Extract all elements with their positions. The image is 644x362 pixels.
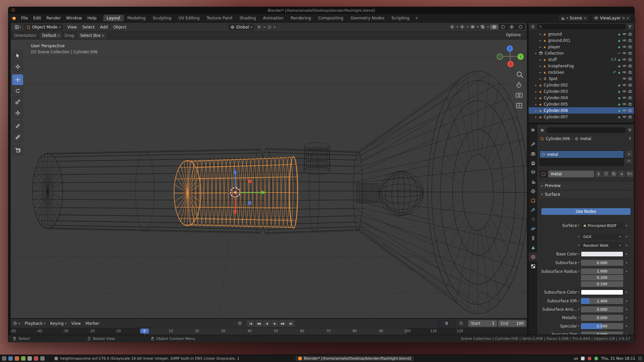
decorate-dot-icon[interactable] xyxy=(626,245,627,246)
fake-user-shield-icon[interactable] xyxy=(603,171,609,177)
disclosure-arrow-icon[interactable]: ▸ xyxy=(539,64,542,68)
keyboard-layout-indicator[interactable]: us xyxy=(574,356,578,361)
options-dropdown[interactable]: Options ˅ xyxy=(506,33,524,37)
properties-editor-icon[interactable] xyxy=(529,126,537,134)
shader-selector[interactable]: Principled BSDF xyxy=(581,223,623,229)
new-material-copy-icon[interactable] xyxy=(610,171,617,177)
render-visibility-camera-icon[interactable] xyxy=(628,108,632,113)
breadcrumb-object[interactable]: Cylinder.006 xyxy=(546,136,570,141)
render-visibility-camera-icon[interactable] xyxy=(628,89,632,94)
sync-clock-icon[interactable] xyxy=(459,321,463,325)
properties-tab-object[interactable] xyxy=(529,196,537,205)
properties-tab-particles[interactable] xyxy=(529,215,537,224)
tray-notification-icon[interactable] xyxy=(588,357,591,360)
vector-field-subsurface-radius-0[interactable]: 1.000 xyxy=(581,268,623,274)
outliner-item-ground[interactable]: ▸ground xyxy=(529,31,634,37)
gizmos-dropdown[interactable] xyxy=(459,24,466,30)
render-visibility-camera-icon[interactable] xyxy=(628,102,632,106)
visibility-eye-icon[interactable] xyxy=(622,38,627,43)
filter-funnel-icon[interactable] xyxy=(628,128,632,132)
outliner-item-spot[interactable]: ▸Spot xyxy=(529,75,634,82)
launcher-icon-7[interactable] xyxy=(40,356,45,361)
timeline-menu-marker[interactable]: Marker xyxy=(86,321,99,326)
properties-tab-texture[interactable] xyxy=(529,262,537,270)
outliner-item-cylinder-006[interactable]: ▸Cylinder.006 xyxy=(529,107,634,114)
decorate-dot-icon[interactable] xyxy=(626,292,627,293)
slider-specular-tint[interactable]: 0.000 xyxy=(581,331,623,335)
unlink-x-icon[interactable]: × xyxy=(618,171,625,177)
decorate-dot-icon[interactable] xyxy=(626,309,627,310)
keyframe-dot-icon[interactable] xyxy=(578,253,580,255)
workspace-tab-modeling[interactable]: Modeling xyxy=(124,15,149,21)
render-visibility-camera-icon[interactable] xyxy=(628,51,632,55)
disclosure-arrow-icon[interactable]: ▸ xyxy=(539,77,542,80)
preview-panel-header[interactable]: ▸Preview ···· xyxy=(539,182,633,189)
keyframe-dot-icon[interactable] xyxy=(578,244,580,246)
outliner-item-cylinder-007[interactable]: ▸Cylinder.007 xyxy=(529,114,634,120)
add-slot-button[interactable]: ＋ xyxy=(625,150,633,157)
viewport-canvas[interactable]: ZYX User Perspective (0) Scene Collectio… xyxy=(11,40,527,318)
gizmo-plane-handle-blue[interactable] xyxy=(248,201,251,204)
keyframe-dot-icon[interactable] xyxy=(578,236,580,237)
menu-edit[interactable]: Edit xyxy=(31,15,44,21)
render-visibility-camera-icon[interactable] xyxy=(628,83,632,87)
dropdown-random-walk[interactable]: Random Walk▾ xyxy=(581,242,623,248)
disclosure-arrow-icon[interactable]: ▸ xyxy=(534,52,538,55)
viewport-menu-view[interactable]: View xyxy=(65,24,79,30)
launcher-icon-3[interactable] xyxy=(15,356,19,361)
workspace-tab-scripting[interactable]: Scripting xyxy=(388,15,413,21)
tray-icon[interactable] xyxy=(581,357,585,360)
workspace-tab-texture-paint[interactable]: Texture Paint xyxy=(203,15,236,21)
collection-checkbox[interactable] xyxy=(617,51,621,55)
properties-tab-constraints[interactable] xyxy=(529,234,537,242)
workspace-add-button[interactable]: + xyxy=(413,15,420,21)
shading-solid-button[interactable] xyxy=(499,24,507,29)
copy-icon[interactable]: ⧉ xyxy=(622,16,625,20)
render-visibility-camera-icon[interactable] xyxy=(628,76,632,81)
jump-to-start-button[interactable]: |◀ xyxy=(247,320,254,327)
properties-tab-render[interactable] xyxy=(529,149,537,158)
jump-to-end-button[interactable]: ▶| xyxy=(287,320,294,327)
color-swatch-base-color[interactable] xyxy=(581,251,623,257)
drag-dropdown[interactable]: Select Box ▾ xyxy=(77,33,106,39)
visibility-eye-icon[interactable] xyxy=(622,108,627,113)
nav-axis-y-negative[interactable] xyxy=(497,54,503,60)
visibility-eye-icon[interactable] xyxy=(622,89,627,94)
disclosure-arrow-icon[interactable]: ▸ xyxy=(534,96,538,100)
outliner-search-input[interactable] xyxy=(537,24,626,29)
workspace-tab-shading[interactable]: Shading xyxy=(236,15,259,21)
decorate-dot-icon[interactable] xyxy=(626,271,627,272)
timeline-menu-view[interactable]: View xyxy=(71,321,80,326)
keyframe-dot-icon[interactable] xyxy=(578,225,580,226)
render-visibility-camera-icon[interactable] xyxy=(628,64,632,68)
color-swatch-subsurface-color[interactable] xyxy=(581,290,623,295)
timeline-menu-playback[interactable]: Playback▾ xyxy=(25,321,46,326)
outliner-item-cylinder-002[interactable]: ▸Cylinder.002 xyxy=(529,82,634,88)
gizmo-plane-handle-red[interactable] xyxy=(248,180,252,183)
visibility-eye-icon[interactable] xyxy=(622,70,627,74)
viewport-menu-add[interactable]: Add xyxy=(98,24,110,30)
decorate-dot-icon[interactable] xyxy=(626,317,627,318)
scale-tool-button[interactable] xyxy=(12,97,23,107)
editor-type-icon[interactable]: ▾ xyxy=(13,24,22,30)
timeline-editor-icon[interactable]: ▾ xyxy=(13,321,20,325)
render-visibility-camera-icon[interactable] xyxy=(628,70,632,74)
outliner-item-stuff[interactable]: ▸stuff3 xyxy=(529,56,634,63)
slider-subsurface-anis-[interactable]: 0.000 xyxy=(581,306,623,312)
outliner-item-player[interactable]: ▸player xyxy=(529,44,634,50)
dropdown-ggx[interactable]: GGX▾ xyxy=(581,234,623,240)
visibility-eye-icon[interactable] xyxy=(622,96,627,100)
mode-selector[interactable]: Object Mode ▾ xyxy=(24,24,63,31)
snap-magnet-icon[interactable] xyxy=(256,24,262,30)
menu-file[interactable]: File xyxy=(18,15,31,21)
shading-material-button[interactable] xyxy=(507,24,516,29)
launcher-icon-4[interactable] xyxy=(21,356,25,361)
taskbar-task-gimp[interactable]: heightmapscene.xcf-178.0 (Grayscale 16-b… xyxy=(52,356,239,361)
outliner-item-icospherefog[interactable]: ▸IcosphereFog xyxy=(529,63,634,69)
keyframe-dot-icon[interactable] xyxy=(578,308,580,310)
next-keyframe-button[interactable]: ▶▶ xyxy=(279,320,286,327)
viewlayer-selector[interactable]: ViewLayer ⧉ ✕ xyxy=(592,15,632,21)
visibility-eye-icon[interactable] xyxy=(622,76,627,81)
selectability-visibility-dropdown[interactable] xyxy=(449,24,455,30)
shading-rendered-button[interactable] xyxy=(516,24,525,29)
